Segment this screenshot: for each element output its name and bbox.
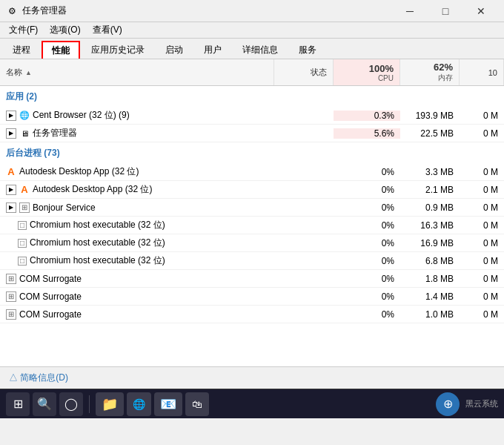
proc-disk: 0 M — [460, 185, 504, 195]
expand-icon[interactable]: ▶ — [6, 111, 16, 121]
tab-users[interactable]: 用户 — [194, 41, 231, 59]
app-icon: ⚙ — [6, 5, 18, 17]
tab-services[interactable]: 服务 — [289, 41, 326, 59]
proc-name-autodesk2: ▶ A Autodesk Desktop App (32 位) — [0, 183, 274, 196]
taskbar-app-file[interactable]: 📁 — [96, 392, 124, 416]
tab-processes[interactable]: 进程 — [3, 41, 40, 59]
proc-disk: 0 M — [460, 274, 504, 284]
proc-icon-chromium2: □ — [18, 239, 27, 248]
proc-cpu: 0% — [334, 202, 400, 213]
proc-cpu: 0% — [334, 291, 400, 302]
window-title: 任务管理器 — [22, 4, 393, 17]
proc-disk: 0 M — [460, 238, 504, 248]
proc-icon-chromium3: □ — [18, 257, 27, 266]
table-row[interactable]: A Autodesk Desktop App (32 位) 0% 3.3 MB … — [0, 163, 504, 181]
start-button[interactable]: ⊞ — [6, 392, 30, 416]
menu-file[interactable]: 文件(F) — [3, 22, 44, 38]
col-mem[interactable]: 62% 内存 — [400, 59, 460, 85]
proc-name-chromium1: □ Chromium host executable (32 位) — [0, 219, 274, 231]
section-apps-header: 应用 (2) — [0, 86, 504, 107]
column-headers: 名称 ▲ 状态 100% CPU 62% 内存 10 — [0, 59, 504, 86]
proc-disk: 0 M — [460, 111, 504, 121]
expand-icon[interactable]: ▶ — [6, 202, 16, 213]
cpu-label: CPU — [378, 74, 394, 82]
proc-cpu: 0% — [334, 256, 400, 266]
tab-performance[interactable]: 性能 — [42, 41, 80, 59]
proc-disk: 0 M — [460, 202, 504, 213]
maximize-button[interactable]: □ — [428, 0, 462, 22]
minimize-button[interactable]: ─ — [393, 0, 427, 22]
expand-icon[interactable]: ▶ — [6, 185, 16, 195]
mem-percent: 62% — [434, 62, 453, 73]
section-apps-title: 应用 (2) — [0, 88, 274, 106]
proc-mem: 22.5 MB — [400, 128, 460, 139]
close-button[interactable]: ✕ — [464, 0, 498, 22]
tab-details[interactable]: 详细信息 — [233, 41, 288, 59]
menu-options[interactable]: 选项(O) — [44, 22, 86, 38]
proc-disk: 0 M — [460, 128, 504, 139]
proc-cpu: 0.3% — [334, 111, 400, 121]
proc-icon-autodesk2: A — [19, 185, 30, 195]
taskbar-app-mail[interactable]: 📧 — [154, 392, 182, 416]
watermark-icon: ⊕ — [436, 392, 460, 416]
col-status[interactable]: 状态 — [274, 59, 334, 85]
proc-mem: 0.9 MB — [400, 202, 460, 213]
taskbar-app-store[interactable]: 🛍 — [185, 392, 209, 416]
section-bg-title: 后台进程 (73) — [0, 144, 274, 162]
title-bar: ⚙ 任务管理器 ─ □ ✕ — [0, 0, 504, 22]
proc-cpu: 0% — [334, 185, 400, 195]
status-link[interactable]: △ 简略信息(D) — [9, 372, 68, 384]
proc-name-bonjour: ▶ ⊞ Bonjour Service — [0, 202, 274, 213]
watermark: ⊕ 黑云系统 — [436, 392, 498, 416]
search-button[interactable]: 🔍 — [33, 392, 56, 416]
proc-mem: 193.9 MB — [400, 111, 460, 121]
proc-mem: 1.8 MB — [400, 274, 460, 284]
expand-icon[interactable]: ▶ — [6, 128, 16, 139]
table-row[interactable]: □ Chromium host executable (32 位) 0% 16.… — [0, 217, 504, 234]
col-cpu[interactable]: 100% CPU — [334, 59, 400, 85]
table-row[interactable]: ⊞ COM Surrogate 0% 1.0 MB 0 M — [0, 306, 504, 323]
col-name[interactable]: 名称 ▲ — [0, 59, 274, 85]
mem-label: 内存 — [438, 73, 453, 83]
proc-icon-com3: ⊞ — [6, 309, 16, 320]
proc-cpu: 0% — [334, 238, 400, 248]
table-row[interactable]: ⊞ COM Surrogate 0% 1.8 MB 0 M — [0, 270, 504, 288]
proc-name-com3: ⊞ COM Surrogate — [0, 309, 274, 320]
sort-arrow: ▲ — [25, 69, 32, 76]
proc-cpu: 0% — [334, 309, 400, 320]
cortana-button[interactable]: ◯ — [59, 392, 83, 416]
proc-icon-taskmgr: 🖥 — [19, 128, 30, 139]
table-row[interactable]: □ Chromium host executable (32 位) 0% 6.8… — [0, 252, 504, 270]
table-body: 应用 (2) ▶ 🌐 Cent Browser (32 位) (9) 0.3% … — [0, 86, 504, 366]
proc-name-com1: ⊞ COM Surrogate — [0, 274, 274, 284]
taskbar-app-browser[interactable]: 🌐 — [127, 392, 151, 416]
table-row[interactable]: ▶ 🖥 任务管理器 5.6% 22.5 MB 0 M — [0, 125, 504, 142]
tab-app-history[interactable]: 应用历史记录 — [82, 41, 154, 59]
proc-icon-autodesk1: A — [6, 167, 16, 177]
taskbar-separator — [89, 395, 90, 413]
proc-mem: 2.1 MB — [400, 185, 460, 195]
window-controls: ─ □ ✕ — [393, 0, 498, 22]
table-row[interactable]: ▶ 🌐 Cent Browser (32 位) (9) 0.3% 193.9 M… — [0, 107, 504, 125]
col-disk[interactable]: 10 — [460, 59, 504, 85]
menu-view[interactable]: 查看(V) — [87, 22, 128, 38]
menu-bar: 文件(F) 选项(O) 查看(V) — [0, 22, 504, 39]
proc-name-taskmgr: ▶ 🖥 任务管理器 — [0, 127, 274, 139]
proc-mem: 16.3 MB — [400, 220, 460, 231]
tab-startup[interactable]: 启动 — [156, 41, 193, 59]
table-row[interactable]: ▶ A Autodesk Desktop App (32 位) 0% 2.1 M… — [0, 181, 504, 199]
proc-mem: 1.4 MB — [400, 291, 460, 302]
table-row[interactable]: □ Chromium host executable (32 位) 0% 16.… — [0, 234, 504, 252]
table-row[interactable]: ⊞ COM Surrogate 0% 1.4 MB 0 M — [0, 288, 504, 306]
proc-icon-bonjour: ⊞ — [19, 202, 30, 213]
proc-icon-chromium1: □ — [18, 221, 27, 230]
proc-disk: 0 M — [460, 291, 504, 302]
proc-icon-com2: ⊞ — [6, 291, 16, 302]
proc-disk: 0 M — [460, 167, 504, 177]
proc-name-cent: ▶ 🌐 Cent Browser (32 位) (9) — [0, 109, 274, 122]
proc-name-autodesk1: A Autodesk Desktop App (32 位) — [0, 165, 274, 178]
proc-cpu: 0% — [334, 220, 400, 231]
table-row[interactable]: ▶ ⊞ Bonjour Service 0% 0.9 MB 0 M — [0, 199, 504, 217]
proc-disk: 0 M — [460, 256, 504, 266]
cpu-percent: 100% — [369, 63, 394, 74]
